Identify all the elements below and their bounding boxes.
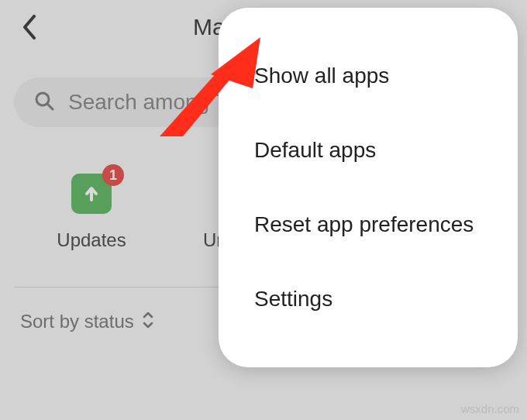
svg-line-1: [47, 104, 53, 109]
updates-badge: 1: [102, 164, 124, 186]
sort-chevron-icon: [142, 312, 154, 332]
menu-item-settings[interactable]: Settings: [219, 262, 518, 336]
menu-item-reset-app-preferences[interactable]: Reset app preferences: [219, 188, 518, 262]
menu-item-default-apps[interactable]: Default apps: [219, 113, 518, 188]
menu-item-show-all-apps[interactable]: Show all apps: [219, 39, 518, 113]
overflow-menu: Show all apps Default apps Reset app pre…: [219, 8, 518, 367]
watermark: wsxdn.com: [461, 402, 519, 415]
search-icon: [34, 91, 54, 114]
updates-tile[interactable]: 1 Updates: [45, 172, 138, 251]
sort-label: Sort by status: [20, 311, 134, 332]
updates-label: Updates: [57, 229, 126, 251]
